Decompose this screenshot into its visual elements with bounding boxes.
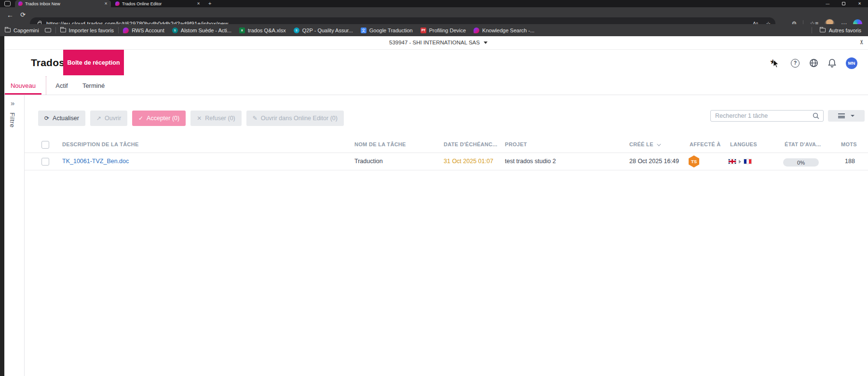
inbox-nav-button[interactable]: Boîte de réception: [63, 50, 124, 75]
edit-icon: ✎: [253, 115, 258, 122]
bookmark-label: Profiling Device: [429, 28, 466, 33]
user-avatar[interactable]: MN: [846, 57, 857, 69]
folder-icon: [5, 28, 11, 32]
search-input[interactable]: [711, 112, 813, 119]
new-tab-button[interactable]: +: [208, 0, 211, 6]
bookmark-import-favorites[interactable]: Importer les favoris: [60, 28, 114, 33]
button-label: Ouvrir dans Online Editor (0): [261, 115, 338, 122]
column-header-assignee[interactable]: AFFECTÉ À: [690, 141, 720, 147]
account-selector[interactable]: 539947 - SHI INTERNATIONAL SAS: [389, 40, 488, 45]
column-header-description[interactable]: DESCRIPTION DE LA TÂCHE: [62, 141, 139, 147]
bookmark-label: Google Traduction: [369, 28, 413, 33]
bookmark-trados-qa[interactable]: x trados Q&A.xlsx: [239, 28, 286, 33]
bookmarks-divider: [55, 27, 56, 33]
active-tab-underline: [5, 93, 41, 95]
column-header-task-name[interactable]: NOM DE LA TÂCHE: [354, 141, 406, 147]
other-favorites-button[interactable]: Autres favoris: [807, 24, 861, 36]
refresh-icon[interactable]: ⟳: [20, 11, 26, 18]
uk-flag-icon: [728, 159, 736, 164]
inbox-tabs: Nouveau Actif Terminé: [4, 76, 868, 95]
close-icon[interactable]: ✕: [858, 1, 861, 6]
browser-tab-online-editor[interactable]: Trados Online Editor ✕: [112, 0, 203, 7]
bookmarks-divider: [812, 27, 812, 33]
bookmark-label: RWS Account: [132, 28, 164, 33]
reject-button[interactable]: ✕ Refuser (0): [190, 111, 242, 126]
open-button[interactable]: ↗ Ouvrir: [90, 111, 127, 126]
back-icon[interactable]: ←: [7, 11, 14, 19]
bookmark-rws-account[interactable]: RWS Account: [123, 28, 164, 33]
google-translate-icon: 文: [361, 28, 366, 33]
select-all-checkbox[interactable]: [41, 141, 49, 149]
accept-button[interactable]: ✓ Accepter (0): [132, 111, 186, 126]
browser-side-strip: [0, 36, 4, 376]
tab-label: Terminé: [82, 82, 105, 89]
knowledge-pin-icon: [474, 28, 479, 33]
bookmark-google-traduction[interactable]: 文 Google Traduction: [361, 28, 413, 33]
open-icon: ↗: [96, 115, 101, 122]
bookmark-label: Capgemini: [14, 28, 39, 33]
filter-label[interactable]: Filtre: [9, 112, 16, 127]
browser-tab-strip: Trados Inbox New ✕ Trados Online Editor …: [0, 0, 868, 7]
browser-toolbar: ← ⟳ https://eu.cloud.trados.com/lc/t/629…: [0, 7, 868, 24]
refresh-button[interactable]: ⟳ Actualiser: [38, 111, 85, 126]
cursor-pointer-icon: [772, 59, 780, 68]
folder-icon: [820, 28, 826, 32]
column-header-project[interactable]: PROJET: [505, 141, 527, 147]
inbox-content: ⟳ Actualiser ↗ Ouvrir ✓ Accepter (0) ✕ R…: [25, 95, 868, 376]
tab-actif[interactable]: Actif: [47, 76, 77, 95]
bookmarks-divider: [118, 27, 119, 33]
whats-new-icon[interactable]: ★: [770, 57, 781, 69]
project-cell: test trados studio 2: [505, 158, 556, 165]
folder-import-icon: [60, 28, 66, 32]
search-icon[interactable]: [813, 112, 819, 119]
bookmark-label: Importer les favoris: [69, 28, 114, 33]
task-row[interactable]: TK_10061-TVZ_Ben.doc Traduction 31 Oct 2…: [25, 153, 868, 170]
column-header-progress[interactable]: ÉTAT D'AVA...: [785, 141, 821, 147]
bookmark-q2p[interactable]: s Q2P - Quality Assur...: [294, 28, 353, 33]
help-icon[interactable]: ?: [791, 59, 800, 68]
bell-icon[interactable]: [828, 58, 836, 68]
due-date-cell: 31 Oct 2025 01:07: [444, 158, 493, 165]
tab-label: Nouveau: [11, 82, 36, 89]
app-header: Trados Boîte de réception ★ ? MN: [4, 50, 868, 76]
expand-sidebar-icon[interactable]: »: [11, 99, 14, 107]
tab-termine[interactable]: Terminé: [77, 76, 110, 95]
column-header-words[interactable]: MOTS: [841, 141, 857, 147]
tab-nouveau[interactable]: Nouveau: [5, 76, 41, 95]
column-header-due-date[interactable]: DATE D'ÉCHÉANC...: [444, 141, 497, 147]
bookmark-capgemini[interactable]: Capgemini: [5, 28, 39, 33]
trados-favicon-icon: [115, 1, 120, 6]
tab-actions-icon[interactable]: [4, 1, 11, 6]
tab-title: Trados Online Editor: [122, 1, 192, 6]
button-label: Actualiser: [53, 115, 79, 122]
browser-window: Trados Inbox New ✕ Trados Online Editor …: [0, 0, 868, 376]
filter-sidebar: » Filtre: [4, 95, 25, 376]
bookmarks-bar: Capgemini Importer les favoris RWS Accou…: [0, 24, 868, 36]
browser-tab-trados-inbox[interactable]: Trados Inbox New ✕: [15, 0, 111, 7]
check-icon: ✓: [138, 115, 143, 122]
tab-title: Trados Inbox New: [25, 1, 100, 6]
collections-icon[interactable]: [45, 28, 51, 32]
scissors-icon: ✂: [858, 40, 865, 44]
minimize-icon[interactable]: —: [826, 1, 829, 6]
globe-icon[interactable]: [809, 58, 818, 68]
column-header-languages[interactable]: LANGUES: [730, 141, 757, 147]
bookmark-label: Knowledge Search -...: [482, 28, 534, 33]
view-options-button[interactable]: [828, 110, 865, 122]
column-header-created[interactable]: CRÉÉ LE: [629, 141, 660, 147]
bookmark-profiling-device[interactable]: Pf Profiling Device: [420, 28, 466, 33]
chevron-down-icon: [851, 115, 854, 117]
button-label: Refuser (0): [205, 115, 235, 122]
brand-name: Trados: [31, 57, 65, 69]
tab-close-icon[interactable]: ✕: [195, 1, 200, 6]
maximize-icon[interactable]: [842, 2, 845, 5]
sharepoint-icon: s: [172, 28, 178, 33]
trados-favicon-icon: [18, 1, 23, 6]
bookmark-alstom[interactable]: s Alstom Suède - Acti...: [172, 28, 231, 33]
open-online-editor-button[interactable]: ✎ Ouvrir dans Online Editor (0): [246, 111, 344, 126]
tab-close-icon[interactable]: ✕: [102, 1, 108, 6]
assignee-badge[interactable]: TS: [689, 155, 699, 167]
task-description-link[interactable]: TK_10061-TVZ_Ben.doc: [62, 158, 129, 165]
bookmark-knowledge-search[interactable]: Knowledge Search -...: [474, 28, 534, 33]
row-checkbox[interactable]: [41, 158, 49, 166]
